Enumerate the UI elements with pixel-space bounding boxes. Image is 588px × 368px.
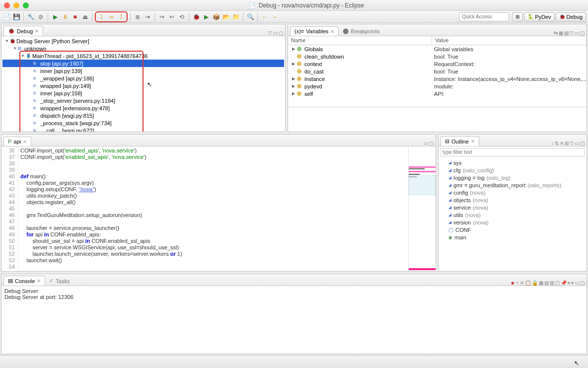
col-value-header[interactable]: Value — [432, 36, 587, 45]
stack-frame-row[interactable]: ≡dispatch [wsgi.py:815] — [2, 112, 284, 119]
tool-icon[interactable]: ⊞ — [565, 141, 569, 146]
variables-rows[interactable]: ▶GlobalsGlobal variablesclean_shutdownbo… — [288, 45, 587, 97]
close-icon[interactable]: ✕ — [37, 278, 41, 284]
variable-row[interactable]: ▶GlobalsGlobal variables — [288, 45, 587, 53]
perspective-pydev[interactable]: 🐍 PyDev — [524, 12, 554, 21]
step-into-icon[interactable]: ⤵ — [97, 12, 106, 21]
console-output[interactable]: Debug Server Debug Server at port: 12306 — [1, 286, 587, 354]
stack-frame-row[interactable]: ≡_wrapped [api.py:186] — [2, 74, 284, 82]
outline-item[interactable]: ◢gmr = guru_meditation_report (oslo_repo… — [441, 181, 584, 189]
terminate-icon[interactable]: ■ — [511, 280, 514, 286]
outline-item[interactable]: ◢config (nova) — [441, 189, 584, 196]
tool-e-icon[interactable]: 📁 — [231, 12, 240, 21]
stack-frame-row[interactable]: ▼🐞Debug Server [Python Server] — [2, 37, 284, 45]
tool-icon[interactable]: ⇆ — [554, 30, 558, 36]
sort-icon[interactable]: ↕ — [551, 141, 554, 146]
tool-icon[interactable]: 🔧 — [26, 12, 35, 21]
display-selected-icon[interactable]: ▾ — [568, 280, 570, 286]
window-close-icon[interactable] — [4, 2, 10, 8]
col-name-header[interactable]: Name — [288, 36, 432, 45]
tool-icon[interactable]: ▢ — [555, 280, 560, 286]
maximize-icon[interactable]: ▢ — [580, 30, 585, 36]
step-filters-icon[interactable]: ⇥ — [143, 12, 152, 21]
outline-item[interactable]: ◢service (nova) — [441, 204, 584, 211]
tab-editor-api[interactable]: P api ✕ — [3, 137, 31, 146]
close-icon[interactable]: ✕ — [471, 139, 475, 144]
pause-icon[interactable]: ⏸ — [61, 12, 70, 21]
tool-icon[interactable]: 📋 — [525, 280, 531, 286]
scroll-lock-icon[interactable]: 🔒 — [532, 280, 538, 286]
pin-icon[interactable]: 📌 — [561, 280, 567, 286]
stack-frame-row[interactable]: ≡inner [api.py:158] — [2, 89, 284, 97]
save-icon[interactable]: 💾 — [12, 12, 21, 21]
open-perspective-button[interactable]: ⊞ — [512, 12, 523, 21]
variable-row[interactable]: ▶pydevdmodule: — [288, 82, 587, 90]
stack-frame-row[interactable]: ≡inner [api.py:139] — [2, 67, 284, 74]
stack-frame-row[interactable]: ▼⚙unknown — [2, 45, 284, 52]
variable-row[interactable]: ▶contextRequestContext: — [288, 60, 587, 68]
outline-item[interactable]: ◢cfg (oslo_config) — [441, 166, 584, 174]
outline-item[interactable]: ◢version (nova) — [441, 219, 584, 226]
tab-debug[interactable]: 🐞 Debug ✕ — [3, 26, 43, 36]
tool-icon[interactable]: ▥ — [550, 280, 554, 286]
variable-row[interactable]: clean_shutdownbool: True — [288, 53, 587, 60]
back-icon[interactable]: ← — [260, 12, 269, 21]
tool-a-icon[interactable]: ↪ — [157, 12, 166, 21]
stack-frame-row[interactable]: ≡stop [api.py:1907] — [2, 60, 284, 67]
drop-frame-icon[interactable]: ≣ — [133, 12, 142, 21]
ext-tools-icon[interactable]: 📦 — [212, 12, 220, 21]
run-config-icon[interactable]: ▶ — [202, 12, 211, 21]
stack-frame-row[interactable]: ≡_stop_server [servers.py:1184] — [2, 97, 284, 104]
stack-frame-row[interactable]: ≡__call__ [wsgi.py:672] — [2, 127, 284, 132]
outline-item[interactable]: ◢utils (nova) — [441, 211, 584, 219]
debug-stack-tree[interactable]: ▼🐞Debug Server [Python Server]▼⚙unknown▼… — [1, 36, 285, 132]
stack-frame-row[interactable]: ≡_process_stack [wsgi.py:734] — [2, 119, 284, 127]
step-return-icon[interactable]: ⤴ — [117, 12, 126, 21]
remove-all-icon[interactable]: ✖ — [520, 280, 524, 286]
view-menu-icon[interactable]: ▽ — [570, 141, 574, 146]
outline-tree[interactable]: ◢sys◢cfg (oslo_config)◢logging = log (os… — [439, 158, 587, 271]
stack-frame-row[interactable]: ≡wrapped [api.py:149] — [2, 82, 284, 89]
tool-c-icon[interactable]: ⟲ — [177, 12, 186, 21]
tab-tasks[interactable]: ✓ Tasks — [45, 276, 74, 286]
terminate-icon[interactable]: ■ — [71, 12, 79, 21]
outline-item[interactable]: ◢logging = log (oslo_log) — [441, 174, 584, 181]
tab-breakpoints[interactable]: ⬤ Breakpoints — [339, 26, 383, 36]
minimize-icon[interactable]: ▭ — [575, 30, 579, 36]
tab-variables[interactable]: (x)= Variables ✕ — [290, 26, 339, 36]
remove-icon[interactable]: ✕ — [515, 280, 519, 286]
variable-row[interactable]: ▶selfAPI: — [288, 90, 587, 97]
variable-row[interactable]: ▶instanceInstance: Instance(access_ip_v4… — [288, 75, 587, 82]
debug-config-icon[interactable]: 🐞 — [192, 12, 201, 21]
forward-icon[interactable]: → — [270, 12, 279, 21]
tool-b-icon[interactable]: ↩ — [167, 12, 176, 21]
resume-icon[interactable]: ▶ — [51, 12, 60, 21]
minimize-icon[interactable]: ▭ — [575, 280, 579, 286]
tool-icon[interactable]: ⇅ — [555, 141, 559, 146]
search-icon[interactable]: 🔍 — [246, 12, 255, 21]
maximize-icon[interactable]: ▢ — [580, 280, 585, 286]
editor-gutter[interactable]: 36373839404142434445464748495051525354 — [1, 147, 18, 271]
quick-access-input[interactable] — [459, 12, 509, 21]
outline-item[interactable]: ◉main — [441, 233, 584, 241]
perspective-debug[interactable]: 🐞 Debug — [556, 12, 586, 21]
outline-item[interactable]: ◯CONF — [441, 226, 584, 233]
outline-item[interactable]: ◢objects (nova) — [441, 196, 584, 204]
view-menu-icon[interactable]: ▽ — [570, 30, 574, 36]
stack-frame-row[interactable]: ▼🧵MainThread - pid_16523_id_139917488764… — [2, 52, 284, 60]
window-minimize-icon[interactable] — [13, 2, 19, 8]
tool-icon[interactable]: ▦ — [559, 30, 563, 36]
skip-breakpoints-icon[interactable]: ⊘ — [36, 12, 45, 21]
close-icon[interactable]: ✕ — [35, 28, 39, 34]
tool-d-icon[interactable]: 📂 — [221, 12, 230, 21]
view-menu-icon[interactable]: ▽ — [268, 30, 272, 36]
tool-icon[interactable]: ✕ — [560, 141, 564, 146]
disconnect-icon[interactable]: ⏏ — [80, 12, 89, 21]
open-console-icon[interactable]: ▾ — [571, 280, 574, 286]
maximize-icon[interactable]: ▢ — [580, 141, 585, 146]
editor-code-area[interactable]: CONF.import_opt('enabled_apis', 'nova.se… — [18, 147, 408, 271]
new-icon[interactable]: 📄 — [2, 12, 11, 21]
maximize-icon[interactable]: ▢ — [429, 141, 434, 146]
tool-icon[interactable]: ▦ — [539, 280, 543, 286]
close-icon[interactable]: ✕ — [23, 139, 27, 145]
